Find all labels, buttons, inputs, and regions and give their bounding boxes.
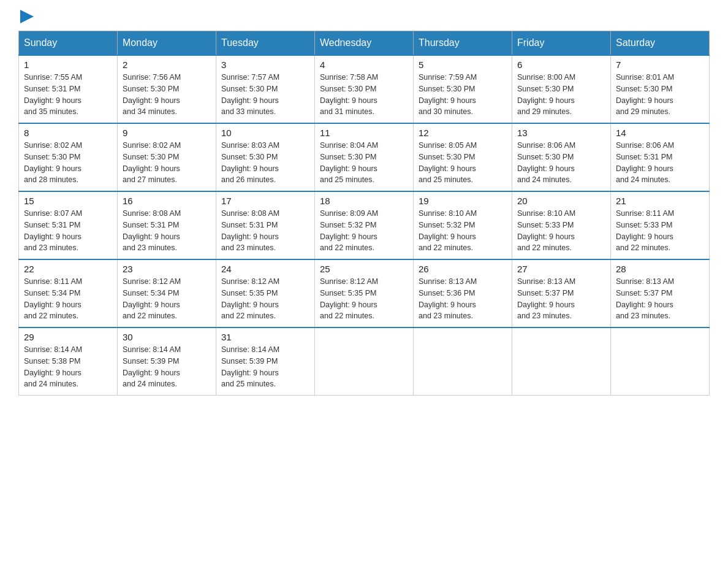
calendar-cell bbox=[414, 327, 512, 396]
calendar-cell: 16 Sunrise: 8:08 AM Sunset: 5:31 PM Dayl… bbox=[118, 191, 216, 259]
day-number: 26 bbox=[419, 264, 507, 274]
day-number: 28 bbox=[616, 264, 704, 274]
calendar-table: SundayMondayTuesdayWednesdayThursdayFrid… bbox=[18, 31, 710, 396]
day-header-wednesday: Wednesday bbox=[315, 31, 414, 56]
day-info: Sunrise: 8:04 AM Sunset: 5:30 PM Dayligh… bbox=[320, 140, 408, 186]
day-info: Sunrise: 8:13 AM Sunset: 5:37 PM Dayligh… bbox=[517, 276, 605, 322]
calendar-cell: 8 Sunrise: 8:02 AM Sunset: 5:30 PM Dayli… bbox=[19, 123, 118, 191]
day-number: 14 bbox=[616, 128, 704, 138]
day-info: Sunrise: 7:59 AM Sunset: 5:30 PM Dayligh… bbox=[419, 72, 507, 118]
day-number: 18 bbox=[320, 196, 408, 206]
day-number: 11 bbox=[320, 128, 408, 138]
calendar-cell: 26 Sunrise: 8:13 AM Sunset: 5:36 PM Dayl… bbox=[414, 259, 512, 327]
calendar-cell: 21 Sunrise: 8:11 AM Sunset: 5:33 PM Dayl… bbox=[611, 191, 710, 259]
calendar-cell: 25 Sunrise: 8:12 AM Sunset: 5:35 PM Dayl… bbox=[315, 259, 414, 327]
day-info: Sunrise: 7:58 AM Sunset: 5:30 PM Dayligh… bbox=[320, 72, 408, 118]
logo-line1 bbox=[18, 12, 34, 23]
day-info: Sunrise: 8:05 AM Sunset: 5:30 PM Dayligh… bbox=[419, 140, 507, 186]
day-header-saturday: Saturday bbox=[611, 31, 710, 56]
day-number: 2 bbox=[123, 59, 211, 70]
day-info: Sunrise: 8:14 AM Sunset: 5:39 PM Dayligh… bbox=[221, 344, 309, 390]
calendar-cell: 17 Sunrise: 8:08 AM Sunset: 5:31 PM Dayl… bbox=[216, 191, 315, 259]
calendar-week-row: 29 Sunrise: 8:14 AM Sunset: 5:38 PM Dayl… bbox=[19, 327, 710, 396]
day-info: Sunrise: 7:55 AM Sunset: 5:31 PM Dayligh… bbox=[24, 72, 112, 118]
calendar-cell bbox=[315, 327, 414, 396]
calendar-week-row: 1 Sunrise: 7:55 AM Sunset: 5:31 PM Dayli… bbox=[19, 55, 710, 123]
calendar-cell bbox=[512, 327, 611, 396]
calendar-cell: 24 Sunrise: 8:12 AM Sunset: 5:35 PM Dayl… bbox=[216, 259, 315, 327]
calendar-cell: 15 Sunrise: 8:07 AM Sunset: 5:31 PM Dayl… bbox=[19, 191, 118, 259]
day-number: 21 bbox=[616, 196, 704, 206]
day-number: 24 bbox=[221, 264, 309, 274]
day-info: Sunrise: 8:10 AM Sunset: 5:33 PM Dayligh… bbox=[517, 208, 605, 254]
day-info: Sunrise: 8:02 AM Sunset: 5:30 PM Dayligh… bbox=[24, 140, 112, 186]
day-header-monday: Monday bbox=[118, 31, 216, 56]
day-info: Sunrise: 8:13 AM Sunset: 5:36 PM Dayligh… bbox=[419, 276, 507, 322]
day-info: Sunrise: 8:03 AM Sunset: 5:30 PM Dayligh… bbox=[221, 140, 309, 186]
day-info: Sunrise: 8:08 AM Sunset: 5:31 PM Dayligh… bbox=[221, 208, 309, 254]
day-number: 15 bbox=[24, 196, 112, 206]
day-number: 1 bbox=[24, 59, 112, 70]
calendar-cell: 23 Sunrise: 8:12 AM Sunset: 5:34 PM Dayl… bbox=[118, 259, 216, 327]
day-info: Sunrise: 8:12 AM Sunset: 5:35 PM Dayligh… bbox=[320, 276, 408, 322]
calendar-week-row: 8 Sunrise: 8:02 AM Sunset: 5:30 PM Dayli… bbox=[19, 123, 710, 191]
calendar-cell: 1 Sunrise: 7:55 AM Sunset: 5:31 PM Dayli… bbox=[19, 55, 118, 123]
day-number: 29 bbox=[24, 332, 112, 342]
day-number: 12 bbox=[419, 128, 507, 138]
calendar-cell: 19 Sunrise: 8:10 AM Sunset: 5:32 PM Dayl… bbox=[414, 191, 512, 259]
calendar-cell bbox=[611, 327, 710, 396]
day-info: Sunrise: 8:01 AM Sunset: 5:30 PM Dayligh… bbox=[616, 72, 704, 118]
logo-arrow-icon bbox=[20, 10, 34, 23]
day-info: Sunrise: 8:14 AM Sunset: 5:39 PM Dayligh… bbox=[123, 344, 211, 390]
calendar-cell: 2 Sunrise: 7:56 AM Sunset: 5:30 PM Dayli… bbox=[118, 55, 216, 123]
day-info: Sunrise: 8:06 AM Sunset: 5:31 PM Dayligh… bbox=[616, 140, 704, 186]
calendar-cell: 4 Sunrise: 7:58 AM Sunset: 5:30 PM Dayli… bbox=[315, 55, 414, 123]
calendar-cell: 9 Sunrise: 8:02 AM Sunset: 5:30 PM Dayli… bbox=[118, 123, 216, 191]
day-info: Sunrise: 8:13 AM Sunset: 5:37 PM Dayligh… bbox=[616, 276, 704, 322]
day-number: 23 bbox=[123, 264, 211, 274]
day-header-friday: Friday bbox=[512, 31, 611, 56]
calendar-cell: 29 Sunrise: 8:14 AM Sunset: 5:38 PM Dayl… bbox=[19, 327, 118, 396]
calendar-cell: 10 Sunrise: 8:03 AM Sunset: 5:30 PM Dayl… bbox=[216, 123, 315, 191]
day-number: 10 bbox=[221, 128, 309, 138]
calendar-cell: 18 Sunrise: 8:09 AM Sunset: 5:32 PM Dayl… bbox=[315, 191, 414, 259]
day-header-sunday: Sunday bbox=[19, 31, 118, 56]
day-number: 5 bbox=[419, 59, 507, 70]
day-info: Sunrise: 8:11 AM Sunset: 5:33 PM Dayligh… bbox=[616, 208, 704, 254]
calendar-cell: 3 Sunrise: 7:57 AM Sunset: 5:30 PM Dayli… bbox=[216, 55, 315, 123]
day-header-tuesday: Tuesday bbox=[216, 31, 315, 56]
day-info: Sunrise: 8:06 AM Sunset: 5:30 PM Dayligh… bbox=[517, 140, 605, 186]
day-info: Sunrise: 8:00 AM Sunset: 5:30 PM Dayligh… bbox=[517, 72, 605, 118]
day-number: 9 bbox=[123, 128, 211, 138]
day-number: 16 bbox=[123, 196, 211, 206]
day-info: Sunrise: 7:57 AM Sunset: 5:30 PM Dayligh… bbox=[221, 72, 309, 118]
calendar-week-row: 15 Sunrise: 8:07 AM Sunset: 5:31 PM Dayl… bbox=[19, 191, 710, 259]
calendar-cell: 14 Sunrise: 8:06 AM Sunset: 5:31 PM Dayl… bbox=[611, 123, 710, 191]
day-info: Sunrise: 8:11 AM Sunset: 5:34 PM Dayligh… bbox=[24, 276, 112, 322]
day-number: 25 bbox=[320, 264, 408, 274]
day-number: 6 bbox=[517, 59, 605, 70]
day-info: Sunrise: 8:09 AM Sunset: 5:32 PM Dayligh… bbox=[320, 208, 408, 254]
day-info: Sunrise: 8:12 AM Sunset: 5:34 PM Dayligh… bbox=[123, 276, 211, 322]
calendar-cell: 30 Sunrise: 8:14 AM Sunset: 5:39 PM Dayl… bbox=[118, 327, 216, 396]
calendar-cell: 22 Sunrise: 8:11 AM Sunset: 5:34 PM Dayl… bbox=[19, 259, 118, 327]
calendar-cell: 13 Sunrise: 8:06 AM Sunset: 5:30 PM Dayl… bbox=[512, 123, 611, 191]
day-number: 4 bbox=[320, 59, 408, 70]
calendar-cell: 27 Sunrise: 8:13 AM Sunset: 5:37 PM Dayl… bbox=[512, 259, 611, 327]
day-info: Sunrise: 8:14 AM Sunset: 5:38 PM Dayligh… bbox=[24, 344, 112, 390]
day-number: 31 bbox=[221, 332, 309, 342]
day-number: 20 bbox=[517, 196, 605, 206]
page-header bbox=[18, 12, 710, 20]
svg-marker-0 bbox=[20, 10, 34, 23]
day-info: Sunrise: 8:12 AM Sunset: 5:35 PM Dayligh… bbox=[221, 276, 309, 322]
day-number: 19 bbox=[419, 196, 507, 206]
calendar-week-row: 22 Sunrise: 8:11 AM Sunset: 5:34 PM Dayl… bbox=[19, 259, 710, 327]
calendar-cell: 28 Sunrise: 8:13 AM Sunset: 5:37 PM Dayl… bbox=[611, 259, 710, 327]
day-number: 30 bbox=[123, 332, 211, 342]
day-info: Sunrise: 8:08 AM Sunset: 5:31 PM Dayligh… bbox=[123, 208, 211, 254]
day-number: 17 bbox=[221, 196, 309, 206]
day-number: 22 bbox=[24, 264, 112, 274]
day-number: 8 bbox=[24, 128, 112, 138]
day-info: Sunrise: 8:02 AM Sunset: 5:30 PM Dayligh… bbox=[123, 140, 211, 186]
calendar-cell: 31 Sunrise: 8:14 AM Sunset: 5:39 PM Dayl… bbox=[216, 327, 315, 396]
